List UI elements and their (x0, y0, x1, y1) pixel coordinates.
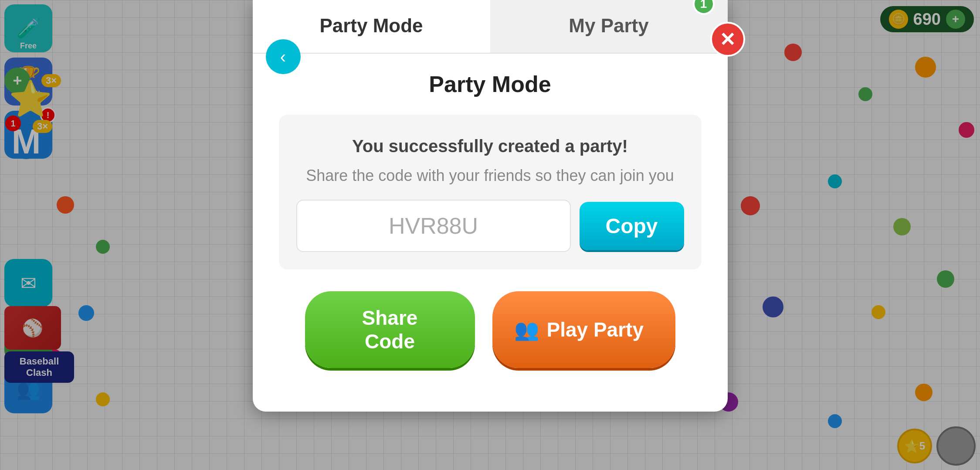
modal-title: Party Mode (279, 71, 702, 97)
play-party-button[interactable]: 👥 Play Party (492, 291, 675, 368)
success-subtitle: Share the code with your friends so they… (296, 165, 684, 187)
success-box: You successfully created a party! Share … (279, 115, 702, 269)
modal-overlay: Party Mode My Party 1 ‹ ✕ Party Mode You… (0, 0, 980, 470)
my-party-notification-badge: 1 (693, 0, 715, 15)
tab-my-party[interactable]: My Party 1 (490, 0, 728, 53)
my-party-label: My Party (569, 15, 648, 36)
play-party-label: Play Party (547, 318, 644, 341)
back-button[interactable]: ‹ (266, 39, 301, 74)
close-icon: ✕ (719, 28, 736, 51)
code-row: HVR88U Copy (296, 200, 684, 252)
play-party-icon: 👥 (514, 318, 539, 341)
tab-bar: Party Mode My Party 1 (253, 0, 728, 54)
bottom-buttons: Share Code 👥 Play Party (279, 291, 702, 368)
close-button[interactable]: ✕ (710, 22, 745, 57)
party-code-display: HVR88U (296, 200, 571, 252)
back-icon: ‹ (280, 47, 286, 67)
success-title: You successfully created a party! (296, 136, 684, 156)
share-code-button[interactable]: Share Code (305, 291, 475, 368)
modal-content: Party Mode You successfully created a pa… (253, 54, 728, 385)
copy-button[interactable]: Copy (580, 202, 684, 250)
party-mode-modal: Party Mode My Party 1 ‹ ✕ Party Mode You… (253, 0, 728, 412)
